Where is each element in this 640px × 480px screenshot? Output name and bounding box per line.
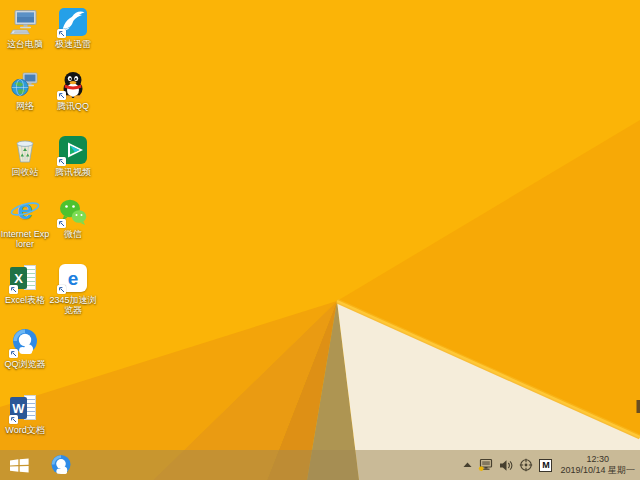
desktop-icon-2345-browser[interactable]: e 2345加速浏览器 — [48, 262, 98, 315]
desktop-icon-wechat[interactable]: 微信 — [48, 196, 98, 239]
word-letter: W — [12, 401, 24, 416]
desktop-icon-recycle-bin[interactable]: 回收站 — [0, 134, 50, 177]
desktop-icon-label: QQ浏览器 — [4, 359, 45, 369]
network-status-icon[interactable] — [478, 458, 493, 472]
wechat-icon — [57, 196, 89, 228]
qq-browser-icon — [50, 454, 72, 476]
desktop-icon-label: 这台电脑 — [7, 39, 43, 49]
start-button[interactable] — [0, 450, 38, 480]
shortcut-arrow-icon — [57, 29, 66, 38]
network-icon — [9, 68, 41, 100]
desktop-icon-this-pc[interactable]: 这台电脑 — [0, 6, 50, 49]
crosshair-icon[interactable] — [519, 458, 533, 472]
taskbar-clock[interactable]: 12:30 2019/10/14 星期一 — [560, 454, 635, 476]
shortcut-arrow-icon — [57, 285, 66, 294]
volume-icon[interactable] — [499, 459, 513, 472]
desktop-icon-qq-browser[interactable]: QQ浏览器 — [0, 326, 50, 369]
shortcut-arrow-icon — [57, 157, 66, 166]
clock-time: 12:30 — [586, 454, 609, 465]
shortcut-arrow-icon — [57, 219, 66, 228]
desktop-icon-tencent-video[interactable]: 腾讯视频 — [48, 134, 98, 177]
qq-browser-taskbar-button[interactable] — [44, 450, 78, 480]
shortcut-arrow-icon — [9, 285, 18, 294]
this-pc-icon — [9, 6, 41, 38]
input-method-indicator[interactable]: M — [539, 459, 552, 472]
desktop-icon-excel[interactable]: X Excel表格 — [0, 262, 50, 305]
xunlei-thunder-icon — [57, 6, 89, 38]
desktop-icon-word[interactable]: W Word文档 — [0, 392, 50, 435]
watermark-fragment — [637, 400, 640, 413]
recycle-bin-icon — [9, 134, 41, 166]
desktop-icon-label: 腾讯QQ — [57, 101, 89, 111]
tencent-video-icon — [57, 134, 89, 166]
shortcut-arrow-icon — [9, 415, 18, 424]
desktop-icon-label: Internet Explorer — [0, 229, 50, 249]
clock-date: 2019/10/14 星期一 — [560, 465, 635, 476]
desktop-icon-label: 微信 — [64, 229, 82, 239]
shortcut-arrow-icon — [9, 349, 18, 358]
input-method-letter: M — [542, 461, 550, 470]
desktop[interactable]: 这台电脑 网络 — [0, 0, 640, 480]
shortcut-arrow-icon — [57, 91, 66, 100]
desktop-icon-internet-explorer[interactable]: e Internet Explorer — [0, 196, 50, 249]
desktop-icon-label: 2345加速浏览器 — [48, 295, 98, 315]
windows-logo-icon — [10, 458, 29, 473]
internet-explorer-icon: e — [9, 196, 41, 228]
word-icon: W — [9, 392, 41, 424]
desktop-icon-label: 回收站 — [12, 167, 39, 177]
desktop-icon-xunlei-thunder[interactable]: 极速迅雷 — [48, 6, 98, 49]
excel-icon: X — [9, 262, 41, 294]
excel-letter: X — [14, 271, 23, 286]
tencent-qq-icon — [57, 68, 89, 100]
chevron-up-icon[interactable] — [463, 462, 472, 468]
desktop-icon-tencent-qq[interactable]: 腾讯QQ — [48, 68, 98, 111]
2345-letter: e — [68, 269, 79, 288]
desktop-icon-label: 极速迅雷 — [55, 39, 91, 49]
qq-browser-icon — [9, 326, 41, 358]
taskbar: M 12:30 2019/10/14 星期一 — [0, 450, 640, 480]
desktop-icon-label: 网络 — [16, 101, 34, 111]
desktop-icon-label: 腾讯视频 — [55, 167, 91, 177]
system-tray: M 12:30 2019/10/14 星期一 — [463, 454, 640, 476]
desktop-icon-label: Excel表格 — [5, 295, 45, 305]
desktop-icon-label: Word文档 — [5, 425, 44, 435]
desktop-icon-network[interactable]: 网络 — [0, 68, 50, 111]
2345-browser-icon: e — [57, 262, 89, 294]
